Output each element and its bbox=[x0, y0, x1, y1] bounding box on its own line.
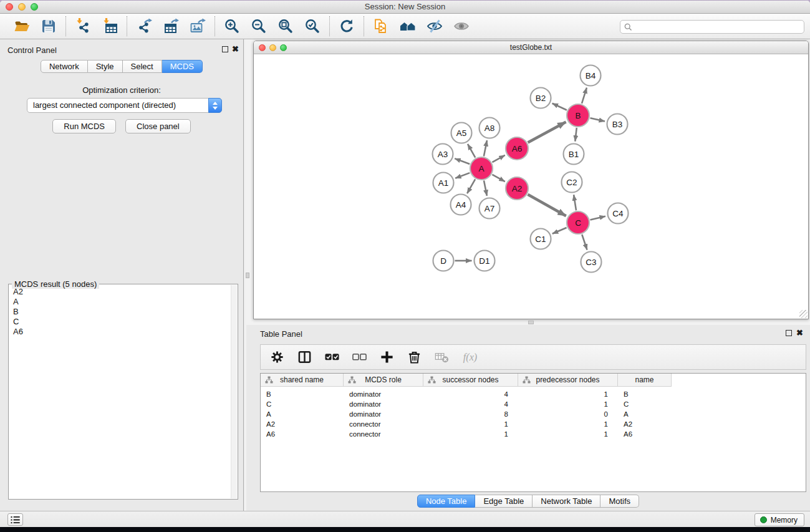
column-header-predecessor-nodes[interactable]: predecessor nodes bbox=[518, 374, 618, 387]
tab-edge-table[interactable]: Edge Table bbox=[475, 495, 533, 508]
delete-icon[interactable] bbox=[406, 349, 423, 365]
export-image-icon[interactable] bbox=[189, 17, 206, 35]
criterion-dropdown[interactable]: largest connected component (directed) bbox=[27, 98, 222, 113]
graph-node-A3[interactable]: A3 bbox=[433, 144, 453, 165]
graph-edge-C-C4[interactable] bbox=[591, 216, 606, 220]
graph-node-A1[interactable]: A1 bbox=[433, 173, 454, 193]
graph-edge-C-C3[interactable] bbox=[582, 235, 587, 250]
search-input[interactable] bbox=[635, 22, 800, 31]
graph-edge-A-A4[interactable] bbox=[467, 179, 475, 193]
scrollbar-track[interactable] bbox=[231, 285, 237, 498]
save-session-icon[interactable] bbox=[40, 17, 57, 35]
graph-node-A[interactable]: A bbox=[470, 157, 493, 180]
horizontal-splitter-handle[interactable] bbox=[528, 321, 534, 324]
tab-network[interactable]: Network bbox=[41, 60, 88, 73]
new-network-from-selection-icon[interactable] bbox=[372, 17, 390, 35]
add-icon[interactable] bbox=[378, 349, 395, 365]
graph-edge-B-B2[interactable] bbox=[552, 104, 567, 110]
zoom-window-icon[interactable] bbox=[31, 3, 38, 11]
zoom-out-icon[interactable] bbox=[250, 17, 268, 35]
deselect-all-icon[interactable] bbox=[351, 349, 368, 365]
close-panel-button[interactable]: Close panel bbox=[125, 119, 191, 133]
graph-edge-C-C1[interactable] bbox=[552, 228, 567, 234]
hide-selected-icon[interactable] bbox=[426, 17, 443, 35]
graph-node-C2[interactable]: C2 bbox=[562, 172, 582, 193]
graph-node-C1[interactable]: C1 bbox=[531, 229, 551, 249]
open-file-icon[interactable] bbox=[13, 17, 31, 35]
tab-mcds[interactable]: MCDS bbox=[162, 60, 203, 73]
graph-node-B3[interactable]: B3 bbox=[607, 114, 628, 135]
list-icon[interactable] bbox=[7, 513, 23, 526]
graph-node-C[interactable]: C bbox=[567, 211, 589, 234]
memory-button[interactable]: Memory bbox=[755, 513, 804, 526]
graph-edge-A-A8[interactable] bbox=[484, 140, 487, 156]
import-table-icon[interactable] bbox=[101, 17, 118, 35]
zoom-fit-icon[interactable] bbox=[277, 17, 294, 35]
graph-node-D1[interactable]: D1 bbox=[475, 251, 495, 271]
network-window-titlebar[interactable]: testGlobe.txt bbox=[254, 41, 808, 54]
graph-edge-A-A6[interactable] bbox=[492, 155, 504, 162]
import-network-icon[interactable] bbox=[74, 17, 92, 35]
vertical-splitter-handle[interactable] bbox=[246, 273, 249, 278]
column-header-shared-name[interactable]: shared name bbox=[261, 374, 344, 387]
close-panel-icon[interactable]: ✖ bbox=[232, 46, 239, 52]
tab-network-table[interactable]: Network Table bbox=[533, 495, 600, 508]
close-network-icon[interactable] bbox=[259, 44, 266, 51]
graph-node-A7[interactable]: A7 bbox=[480, 198, 500, 219]
graph-edge-A-A5[interactable] bbox=[468, 144, 475, 158]
first-neighbors-icon[interactable] bbox=[399, 17, 417, 35]
tab-select[interactable]: Select bbox=[123, 60, 162, 73]
graph-edge-A6-B[interactable] bbox=[528, 122, 566, 143]
graph-node-D[interactable]: D bbox=[433, 251, 454, 271]
table-row[interactable]: Adominator80A bbox=[261, 409, 806, 419]
float-table-panel-icon[interactable] bbox=[786, 330, 792, 336]
zoom-selected-icon[interactable] bbox=[304, 17, 321, 35]
graph-edge-A-A1[interactable] bbox=[455, 173, 470, 178]
tab-motifs[interactable]: Motifs bbox=[600, 495, 639, 508]
column-header-mcds-role[interactable]: MCDS role bbox=[344, 374, 423, 387]
mcds-result-item[interactable]: C bbox=[9, 317, 230, 327]
mcds-result-item[interactable]: A bbox=[9, 297, 230, 307]
show-columns-icon[interactable] bbox=[296, 349, 313, 365]
show-all-icon[interactable] bbox=[453, 17, 470, 35]
tab-node-table[interactable]: Node Table bbox=[417, 495, 476, 508]
close-table-panel-icon[interactable]: ✖ bbox=[796, 330, 803, 336]
refresh-icon[interactable] bbox=[338, 17, 355, 35]
column-header-name[interactable]: name bbox=[618, 374, 672, 387]
search-field[interactable] bbox=[620, 20, 804, 34]
graph-node-B1[interactable]: B1 bbox=[564, 144, 584, 165]
graph-node-B4[interactable]: B4 bbox=[581, 65, 601, 86]
network-canvas[interactable]: B4B2BB3A8A5A6A3B1AA1C2A2A4A7C4CC1DD1C3 bbox=[254, 55, 808, 319]
graph-node-B2[interactable]: B2 bbox=[531, 88, 551, 109]
graph-edge-B-B4[interactable] bbox=[582, 88, 587, 104]
table-row[interactable]: Bdominator41B bbox=[261, 389, 806, 399]
mcds-result-item[interactable]: B bbox=[9, 307, 230, 317]
minimize-network-icon[interactable] bbox=[269, 44, 276, 51]
close-window-icon[interactable] bbox=[6, 3, 13, 11]
table-settings-icon[interactable] bbox=[269, 349, 286, 365]
graph-node-B[interactable]: B bbox=[567, 104, 589, 127]
table-row[interactable]: A6connector11A6 bbox=[261, 429, 806, 439]
export-network-icon[interactable] bbox=[135, 17, 153, 35]
graph-edge-A-A7[interactable] bbox=[484, 181, 487, 196]
graph-node-A5[interactable]: A5 bbox=[451, 123, 472, 143]
graph-node-A6[interactable]: A6 bbox=[506, 137, 528, 160]
column-header-successor-nodes[interactable]: successor nodes bbox=[423, 374, 518, 387]
dropdown-stepper-icon[interactable] bbox=[208, 98, 222, 113]
export-table-icon[interactable] bbox=[162, 17, 180, 35]
mcds-result-item[interactable]: A6 bbox=[9, 327, 230, 337]
graph-node-A4[interactable]: A4 bbox=[451, 195, 471, 215]
graph-edge-A-A3[interactable] bbox=[455, 158, 470, 164]
graph-edge-B-B1[interactable] bbox=[575, 128, 577, 142]
zoom-network-icon[interactable] bbox=[280, 44, 287, 51]
graph-node-C3[interactable]: C3 bbox=[581, 252, 602, 273]
graph-node-A8[interactable]: A8 bbox=[480, 118, 500, 138]
tab-style[interactable]: Style bbox=[88, 60, 123, 73]
graph-node-C4[interactable]: C4 bbox=[608, 203, 629, 224]
table-row[interactable]: A2connector11A2 bbox=[261, 419, 806, 429]
float-panel-icon[interactable] bbox=[222, 46, 228, 52]
graph-edge-A-A2[interactable] bbox=[492, 175, 504, 181]
mcds-result-item[interactable]: A2 bbox=[9, 287, 230, 297]
select-all-icon[interactable] bbox=[324, 349, 340, 365]
zoom-in-icon[interactable] bbox=[223, 17, 241, 35]
